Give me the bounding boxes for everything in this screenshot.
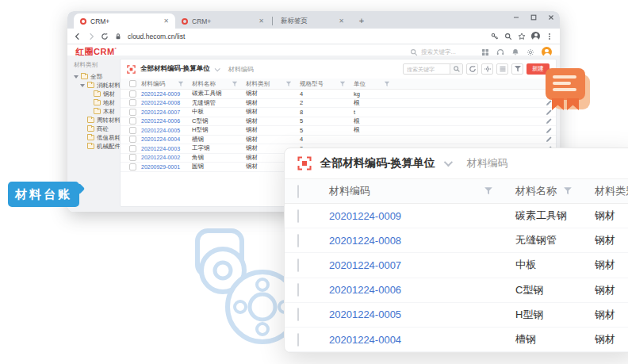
minimize-button[interactable]	[507, 11, 525, 24]
zoom-table-body: 20201224-0009 碳素工具钢 钢材 20201224-0008 无缝钢…	[285, 204, 628, 352]
row-checkbox[interactable]	[297, 234, 299, 247]
material-code-link[interactable]: 20201224-0003	[141, 146, 180, 151]
row-checkbox[interactable]	[129, 154, 136, 161]
material-code-link[interactable]: 20201224-0007	[329, 259, 401, 271]
tree-item-all[interactable]: 全部	[74, 72, 117, 81]
material-name-cell: 中板	[515, 258, 595, 272]
row-checkbox[interactable]	[129, 99, 136, 106]
row-checkbox[interactable]	[129, 163, 136, 171]
row-checkbox[interactable]	[297, 283, 299, 297]
caret-down-icon[interactable]	[74, 75, 78, 79]
tree-item-steel[interactable]: 钢材	[74, 90, 117, 98]
bell-icon[interactable]	[511, 48, 519, 56]
row-checkbox[interactable]	[129, 145, 136, 152]
filter-button[interactable]	[511, 63, 523, 75]
filter-funnel-icon[interactable]	[563, 186, 572, 196]
material-code-link[interactable]: 20200929-0001	[141, 164, 180, 170]
row-checkbox[interactable]	[297, 259, 299, 272]
material-code-link[interactable]: 20201224-0008	[329, 235, 401, 247]
zoom-icon[interactable]	[504, 33, 512, 40]
material-code-link[interactable]: 20201224-0008	[141, 100, 180, 105]
row-checkbox[interactable]	[129, 109, 136, 116]
material-code-link[interactable]: 20201224-0004	[329, 334, 401, 346]
zoom-table-row: 20201224-0005 H型钢 钢材	[285, 303, 628, 328]
select-all-checkbox[interactable]	[297, 185, 299, 198]
tree-item-turnover[interactable]: 周转材料	[74, 116, 117, 125]
browser-tab-2[interactable]: CRM+ ✕	[175, 13, 270, 29]
material-code-link[interactable]: 20201224-0005	[329, 308, 401, 320]
browser-tab-1[interactable]: CRM+ ✕	[74, 13, 175, 29]
row-checkbox[interactable]	[297, 209, 299, 223]
material-code-link[interactable]: 20201224-0004	[141, 136, 180, 142]
material-code-link[interactable]: 20201224-0005	[141, 128, 180, 133]
list-search[interactable]	[403, 63, 463, 75]
forward-icon[interactable]	[87, 33, 95, 40]
edit-pencil-icon[interactable]	[546, 127, 553, 134]
material-code-link[interactable]: 20201224-0006	[141, 118, 180, 124]
profile-avatar[interactable]	[531, 32, 540, 40]
material-code-link[interactable]: 20201224-0007	[141, 109, 180, 115]
caption-badge: 材料台账	[8, 182, 79, 207]
filter-funnel-icon[interactable]	[384, 81, 390, 87]
back-icon[interactable]	[74, 33, 82, 40]
settings-button[interactable]	[481, 63, 493, 75]
material-name-cell: H型钢	[192, 126, 246, 134]
material-name-cell: H型钢	[515, 308, 595, 322]
refresh-button[interactable]	[466, 63, 478, 75]
reload-icon[interactable]	[101, 33, 109, 40]
menu-kebab-icon[interactable]	[546, 33, 553, 40]
filter-funnel-icon[interactable]	[285, 81, 292, 87]
caret-down-icon[interactable]	[80, 84, 85, 87]
chevron-down-icon[interactable]	[215, 66, 220, 71]
row-checkbox[interactable]	[129, 117, 136, 125]
maximize-button[interactable]	[525, 11, 542, 24]
list-search-input[interactable]	[404, 67, 450, 72]
spec-cell: 8	[300, 109, 354, 116]
row-checkbox[interactable]	[129, 90, 136, 98]
filter-funnel-icon[interactable]	[232, 81, 238, 87]
headset-icon[interactable]	[496, 48, 504, 56]
row-checkbox[interactable]	[129, 127, 136, 134]
tree-item-machine-parts[interactable]: 机械配件	[74, 142, 117, 151]
url-text[interactable]: cloud.hecom.cn/list	[128, 33, 485, 40]
browser-tab-3[interactable]: 新标签页 ✕	[274, 13, 350, 29]
tree-item-consumables[interactable]: 消耗材料	[74, 81, 117, 90]
tab-divider	[272, 17, 273, 25]
tree-item-ground-material[interactable]: 地材	[74, 98, 117, 107]
search-button[interactable]	[450, 63, 462, 75]
chevron-down-icon[interactable]	[443, 158, 452, 167]
view-title[interactable]: 全部材料编码-换算单位	[140, 64, 210, 74]
header-search-input[interactable]	[421, 48, 470, 56]
row-checkbox[interactable]	[297, 333, 299, 347]
material-code-link[interactable]: 20201224-0009	[141, 91, 180, 97]
window-controls	[507, 11, 560, 24]
tab-close-icon[interactable]: ✕	[339, 17, 344, 25]
material-category-cell: 钢材	[595, 332, 628, 347]
tree-item-wood[interactable]: 木材	[74, 107, 117, 116]
close-button[interactable]	[542, 11, 560, 24]
table-row: 20201224-0007 中板 钢材 8 t	[121, 108, 556, 117]
header-search[interactable]	[410, 48, 470, 56]
row-checkbox[interactable]	[297, 308, 299, 321]
bookmark-star-icon[interactable]	[518, 33, 526, 40]
list-view-button[interactable]	[496, 63, 508, 75]
key-icon[interactable]	[491, 33, 499, 40]
tab-close-icon[interactable]: ✕	[163, 17, 169, 25]
edit-pencil-icon[interactable]	[546, 136, 553, 143]
tree-item-concrete[interactable]: 商砼	[74, 125, 117, 133]
apps-grid-icon[interactable]	[481, 48, 489, 56]
scan-view-icon[interactable]	[127, 65, 136, 74]
gear-icon[interactable]	[527, 48, 534, 56]
filter-funnel-icon[interactable]	[339, 81, 346, 87]
edit-pencil-icon[interactable]	[546, 117, 553, 125]
new-tab-button[interactable]: +	[355, 14, 368, 27]
material-code-link[interactable]: 20201224-0002	[141, 155, 180, 160]
filter-funnel-icon[interactable]	[484, 186, 493, 196]
filter-funnel-icon[interactable]	[178, 81, 184, 87]
row-checkbox[interactable]	[129, 136, 136, 143]
select-all-checkbox[interactable]	[129, 80, 136, 87]
tab-close-icon[interactable]: ✕	[258, 17, 264, 25]
material-code-link[interactable]: 20201224-0009	[329, 210, 401, 222]
tree-item-low-value[interactable]: 低值易耗品	[74, 133, 117, 142]
material-code-link[interactable]: 20201224-0006	[329, 284, 401, 296]
